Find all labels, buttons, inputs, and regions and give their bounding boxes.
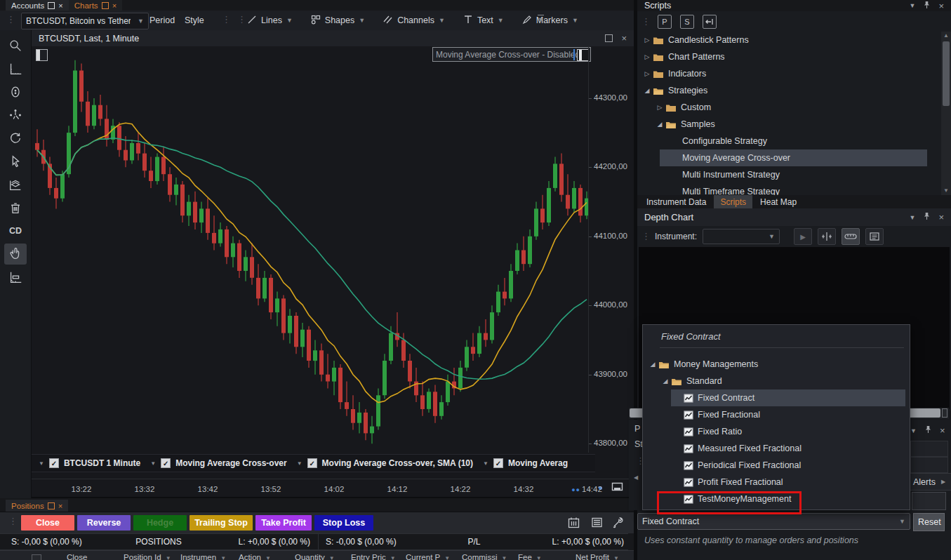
tab-close-icon[interactable]: × (58, 502, 62, 510)
legend-checkbox[interactable]: ✓ (161, 458, 171, 468)
delete-tool-button[interactable] (4, 197, 27, 218)
draw-tool-text[interactable]: Text▼ (463, 15, 504, 27)
scripts-tree-item-chart-patterns[interactable]: ▷Chart Patterns (637, 48, 941, 65)
scripts-scrollbar[interactable]: ▲ ▼ (941, 32, 951, 195)
mm-tree-item-profit-fixed-fractional[interactable]: Profit Fixed Fractional (643, 474, 910, 491)
depth-play-button[interactable]: ▶ (794, 228, 812, 245)
toolbar-grip[interactable]: ⋮ (6, 16, 14, 23)
depth-instrument-selector[interactable]: ▼ (703, 229, 780, 244)
column-header-quantity[interactable]: Quantity▼ (295, 553, 335, 560)
new-pinescript-button[interactable]: P (658, 15, 672, 29)
depth-toolbar-grip[interactable]: ⋮ (641, 233, 649, 240)
filter-caret-icon[interactable]: ▼ (501, 555, 507, 560)
filter-caret-icon[interactable]: ▼ (265, 555, 271, 560)
tab-close-icon[interactable]: × (112, 1, 117, 10)
filter-caret-icon[interactable]: ▼ (166, 555, 171, 560)
panel-close-icon[interactable]: × (938, 1, 944, 11)
close-button[interactable]: Close (21, 515, 74, 531)
hedge-button[interactable]: Hedge (133, 515, 187, 531)
tree-expand-icon[interactable]: ▷ (654, 104, 665, 111)
mm-tree-item-standard[interactable]: ◢Standard (643, 373, 910, 389)
tab-save-icon[interactable] (102, 2, 109, 9)
legend-checkbox[interactable]: ✓ (307, 458, 317, 468)
tree-collapse-icon[interactable]: ◢ (654, 121, 665, 128)
column-header-instrumen[interactable]: Instrumen▼ (180, 553, 226, 560)
filter-caret-icon[interactable]: ▼ (613, 555, 619, 560)
filter-caret-icon[interactable]: ▼ (220, 555, 226, 560)
scripts-tree-item-samples[interactable]: ◢Samples (637, 116, 941, 133)
chart-close-icon[interactable]: × (621, 33, 627, 44)
column-header-position-id[interactable]: Position Id▼ (124, 553, 171, 560)
tab-charts[interactable]: Charts× (69, 0, 122, 11)
tab-save-icon[interactable] (48, 502, 55, 509)
import-script-button[interactable] (703, 15, 717, 29)
column-header-action[interactable]: Action▼ (239, 553, 271, 560)
legend-checkbox[interactable]: ✓ (493, 458, 503, 468)
scripts-tree-item-moving-average-cross-over[interactable]: Moving Average Cross-over (637, 149, 941, 166)
filter-caret-icon[interactable]: ▼ (444, 555, 450, 560)
chevron-down-icon[interactable]: ▼ (483, 460, 488, 467)
new-script-button[interactable]: S (680, 15, 694, 29)
zoom-tool-button[interactable] (4, 35, 27, 56)
pin-icon[interactable] (925, 425, 931, 436)
scripts-panel-header[interactable]: Scripts ▼ × (637, 0, 951, 11)
scripts-tree-item-indicators[interactable]: ▷Indicators (637, 65, 941, 82)
scripts-tree-item-strategies[interactable]: ◢Strategies (637, 82, 941, 99)
positions-toolbar-grip[interactable]: ⋮ (8, 518, 16, 525)
layers-tool-button[interactable] (4, 174, 27, 195)
column-header-current-p[interactable]: Current P▼ (406, 553, 450, 560)
legend-item[interactable]: ▼✓Moving Average Cross-over, SMA (10) (297, 458, 473, 468)
panel-close-icon[interactable]: × (940, 425, 945, 436)
panel-menu-icon[interactable]: ▼ (910, 427, 917, 434)
chart-popout-icon[interactable] (605, 34, 613, 42)
mm-tree-item-measured-fixed-fractional[interactable]: Measured Fixed Fractional (643, 440, 910, 457)
chevron-down-icon[interactable]: ▼ (39, 460, 44, 467)
filter-caret-icon[interactable]: ▼ (536, 555, 542, 560)
chart-title-bar[interactable]: BTCUSDT, Last, 1 Minute × (32, 30, 634, 46)
calendar-icon[interactable] (567, 516, 580, 531)
tree-collapse-icon[interactable]: ◢ (647, 361, 658, 368)
draw-tool-shapes[interactable]: Shapes▼ (311, 15, 365, 27)
trailing-stop-button[interactable]: Trailing Stop (189, 515, 253, 531)
scripts-tree-item-configurable-strategy[interactable]: Configurable Strategy (637, 133, 941, 149)
scripts-toolbar-grip[interactable]: ⋮ (641, 18, 649, 25)
column-header-commissi[interactable]: Commissi▼ (462, 553, 507, 560)
expand-right-icon[interactable]: ▶ (941, 479, 945, 485)
tree-expand-icon[interactable]: ▷ (641, 53, 653, 60)
mm-tree-item-money-managements[interactable]: ◢Money Managements (643, 356, 910, 373)
tab-positions[interactable]: Positions × (6, 500, 68, 512)
column-header-close[interactable]: Close (67, 553, 87, 560)
draw-tool-markers[interactable]: Markers▼ (522, 15, 578, 27)
wrench-icon[interactable] (611, 516, 625, 531)
column-header-entry-pric[interactable]: Entry Pric▼ (351, 553, 396, 560)
tab-instrument-data[interactable]: Instrument Data (640, 195, 712, 208)
depth-ruler-button[interactable] (842, 228, 860, 245)
tree-expand-icon[interactable]: ▷ (641, 36, 653, 44)
mm-tree-item-fixed-ratio[interactable]: Fixed Ratio (643, 423, 910, 440)
scripts-tree-item-multi-instrument-strategy[interactable]: Multi Instrument Strategy (637, 166, 941, 183)
stop-loss-button[interactable]: Stop Loss (314, 515, 373, 531)
mm-type-selector[interactable]: Fixed Contract ▼ (637, 513, 910, 530)
mm-tree-item-periodical-fixed-fractional[interactable]: Periodical Fixed Fractional (643, 457, 910, 474)
depth-text-button[interactable] (865, 228, 884, 245)
legend-item[interactable]: ▼✓BTCUSDT 1 Minute (39, 458, 140, 468)
filter-caret-icon[interactable]: ▼ (390, 555, 396, 560)
tab-accounts[interactable]: Accounts× (6, 0, 69, 11)
hidden-panel-grip[interactable]: ⋮ (629, 449, 642, 465)
draw-tool-lines[interactable]: Lines▼ (247, 15, 293, 27)
toolbar-overflow-button[interactable]: ▼ (538, 15, 544, 23)
chevron-down-icon[interactable]: ▼ (297, 460, 302, 467)
scripts-tree-item-candlestick-patterns[interactable]: ▷Candlestick Patterns (637, 32, 941, 48)
cursor-tool-button[interactable] (4, 151, 27, 172)
ellipse-select-tool-button[interactable] (4, 81, 27, 102)
time-axis[interactable]: 13:2213:3213:4213:5214:0214:1214:2214:32… (32, 479, 634, 499)
reverse-button[interactable]: Reverse (77, 515, 131, 531)
column-header-net-profit[interactable]: Net Profit▼ (576, 553, 619, 560)
toolbar-grip[interactable]: ⋮ (222, 16, 230, 23)
tab-heat-map[interactable]: Heat Map (754, 195, 803, 208)
tab-scripts[interactable]: Scripts (714, 195, 752, 208)
legend-checkbox[interactable]: ✓ (49, 458, 59, 468)
measure-tool-button[interactable] (4, 267, 27, 288)
hidden-input-fragment[interactable] (912, 492, 946, 510)
mm-tree-item-fixed-fractional[interactable]: Fixed Fractional (643, 406, 910, 423)
